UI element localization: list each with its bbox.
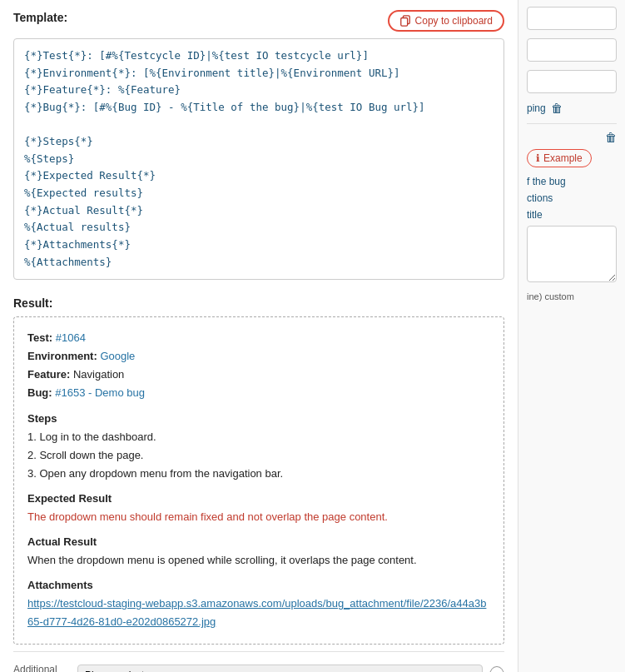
right-dropdown-3[interactable] — [527, 70, 617, 93]
result-feature-row: Feature: Navigation — [27, 366, 490, 384]
svg-rect-1 — [400, 18, 407, 27]
right-dropdown-1[interactable] — [527, 7, 617, 30]
result-step-3: 3. Open any dropdown menu from the navig… — [27, 465, 490, 483]
add-field-button[interactable]: + — [489, 666, 504, 672]
result-steps-heading: Steps — [27, 410, 490, 428]
result-feature-value: Navigation — [73, 368, 124, 381]
right-dropdown-2[interactable] — [527, 38, 617, 62]
result-bug-label: Bug: — [27, 386, 52, 399]
template-line-4: {*}Bug{*}: [#%{Bug ID} - %{Title of the … — [24, 99, 494, 117]
result-label: Result: — [13, 296, 504, 310]
result-actual-heading: Actual Result — [27, 533, 490, 551]
template-line-1: {*}Test{*}: [#%{Testcycle ID}|%{test IO … — [24, 47, 494, 65]
template-line-8: {*}Expected Result{*} — [24, 167, 494, 185]
template-line-7: %{Steps} — [24, 151, 494, 168]
template-line-2: {*}Environment{*}: [%{Environment title}… — [24, 65, 494, 82]
right-item-2[interactable]: ctions — [527, 192, 617, 204]
result-bug-value: #1653 - Demo bug — [55, 386, 145, 399]
result-step-1: 1. Log in to the dashboard. — [27, 428, 490, 446]
info-icon: ℹ — [536, 152, 540, 164]
trash-icon-2[interactable]: 🗑 — [605, 131, 617, 144]
template-line-3: {*}Feature{*}: %{Feature} — [24, 82, 494, 99]
right-item-1[interactable]: f the bug — [527, 176, 617, 187]
result-attachment-url[interactable]: https://testcloud-staging-webapp.s3.amaz… — [27, 595, 490, 631]
template-line-6: {*}Steps{*} — [24, 133, 494, 151]
result-step-2: 2. Scroll down the page. — [27, 446, 490, 465]
template-box: {*}Test{*}: [#%{Testcycle ID}|%{test IO … — [13, 38, 504, 280]
divider-1 — [527, 123, 617, 124]
template-line-11: %{Actual results} — [24, 219, 494, 236]
result-environment-label: Environment: — [27, 350, 97, 362]
mapping-label: ping — [527, 102, 546, 114]
result-environment-row: Environment: Google — [27, 347, 490, 366]
result-feature-label: Feature: — [27, 368, 70, 381]
result-test-row: Test: #1064 — [27, 329, 490, 347]
result-expected-text: The dropdown menu should remain fixed an… — [27, 508, 490, 526]
template-line-10: {*}Actual Result{*} — [24, 202, 494, 220]
example-button[interactable]: ℹ Example — [527, 149, 592, 167]
template-label: Template: — [13, 11, 67, 24]
additional-fields-bar: Additional fields Please select + — [13, 651, 504, 672]
template-line-13: %{Attachments} — [24, 254, 494, 271]
plus-icon: + — [494, 669, 500, 672]
result-box: Test: #1064 Environment: Google Feature:… — [13, 316, 504, 644]
right-item-3[interactable]: title — [527, 209, 617, 221]
template-line-9: %{Expected results} — [24, 185, 494, 202]
trash-icon-1[interactable]: 🗑 — [551, 102, 563, 115]
result-actual-text: When the dropdown menu is opened while s… — [27, 551, 490, 570]
template-line-5 — [24, 117, 494, 134]
result-attachments-heading: Attachments — [27, 576, 490, 595]
result-steps: 1. Log in to the dashboard. 2. Scroll do… — [27, 428, 490, 483]
right-textarea[interactable] — [527, 226, 617, 282]
copy-to-clipboard-button[interactable]: Copy to clipboard — [388, 10, 504, 32]
result-expected-heading: Expected Result — [27, 490, 490, 508]
example-button-label: Example — [543, 152, 583, 164]
additional-fields-label: Additional fields — [13, 664, 71, 672]
copy-button-label: Copy to clipboard — [415, 15, 493, 27]
trash-only-row: 🗑 — [527, 131, 617, 144]
copy-icon — [399, 15, 411, 27]
mapping-row: ping 🗑 — [527, 102, 617, 115]
result-bug-row: Bug: #1653 - Demo bug — [27, 384, 490, 402]
right-custom-label: ine) custom — [527, 291, 617, 301]
result-environment-value: Google — [100, 350, 135, 362]
additional-fields-select[interactable]: Please select — [77, 665, 483, 672]
result-test-label: Test: — [27, 331, 52, 344]
template-line-12: {*}Attachments{*} — [24, 236, 494, 254]
result-test-value: #1064 — [56, 331, 86, 344]
